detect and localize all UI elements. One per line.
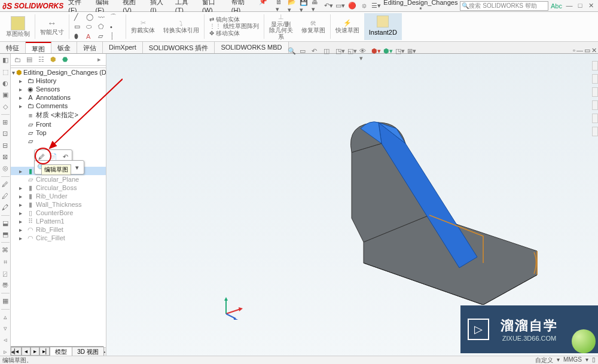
tree-top[interactable]: ▱Top <box>11 129 106 137</box>
smart-dimension-button[interactable]: ↔ 智能尺寸 <box>36 13 68 40</box>
tree-rib-under[interactable]: ▸▮Rib_Under <box>11 192 106 200</box>
quick-snap-button[interactable]: ⚡ 快速草图 <box>332 13 363 40</box>
tp-ic5[interactable] <box>592 114 598 123</box>
bt-prev-icon[interactable]: ◂ <box>22 347 30 356</box>
vbar-ic-23[interactable]: ◃ <box>1 336 10 344</box>
tree-counterbore[interactable]: ▸▯CounterBore <box>11 209 106 217</box>
status-flag-icon[interactable]: ▯ <box>592 356 596 365</box>
vbar-ic-19[interactable]: 〠 <box>1 281 10 289</box>
rebuild-icon[interactable]: 🔴 <box>347 1 357 11</box>
section-icon[interactable]: ◫ <box>324 47 333 57</box>
tree-tab-disp2-icon[interactable]: ⬣ <box>60 55 71 65</box>
vp-close-icon[interactable]: ✕ <box>591 47 597 54</box>
trim-button[interactable]: ✂ 剪裁实体 <box>127 13 158 40</box>
ctx-ic4[interactable]: ▾ <box>72 162 83 173</box>
hide-show-icon[interactable]: 👁▾ <box>359 47 369 57</box>
vbar-ic-16[interactable]: ⌘ <box>1 246 10 254</box>
tp-ic4[interactable] <box>592 100 598 110</box>
centerline-icon[interactable]: ┊ <box>110 32 121 40</box>
save-icon[interactable]: 💾▾ <box>300 1 309 11</box>
vbar-ic-24[interactable]: ▹ <box>1 348 10 356</box>
vbar-ic-21[interactable]: ▵ <box>1 313 10 321</box>
vbar-ic-22[interactable]: ▿ <box>1 325 10 332</box>
relations-button[interactable]: ⊥ 显示/删除几何关系 <box>266 13 297 40</box>
tree-wall-thickness[interactable]: ▸▮Wall_Thickness <box>11 200 106 209</box>
dropdown-icon[interactable]: ☰▾ <box>371 1 381 11</box>
vbar-ic-15[interactable]: ⬒ <box>1 231 10 238</box>
tp-ic3[interactable] <box>592 87 598 97</box>
tree-tab-disp-icon[interactable]: ⬢ <box>48 55 59 65</box>
bt-next-icon[interactable]: ▸ <box>30 347 39 356</box>
vbar-ic-14[interactable]: ⬓ <box>1 219 10 227</box>
text-icon[interactable]: A <box>86 33 97 40</box>
tab-features[interactable]: 特征 <box>0 42 26 53</box>
vbar-ic-6[interactable]: ⊞ <box>1 118 10 126</box>
tab-evaluate[interactable]: 评估 <box>77 42 103 53</box>
vbar-ic-8[interactable]: ⊟ <box>1 141 10 149</box>
tab-addins[interactable]: SOLIDWORKS 插件 <box>143 42 215 53</box>
vbar-ic-17[interactable]: ⌗ <box>1 258 10 266</box>
tree-circular-plane[interactable]: ▱Circular_Plane <box>11 175 106 183</box>
tp-ic2[interactable] <box>592 74 598 84</box>
convert-button[interactable]: ⤵ 转换实体引用 <box>160 13 203 40</box>
bt-model[interactable]: 模型 <box>50 347 72 356</box>
circle-icon[interactable]: ◯ <box>86 13 97 21</box>
apply-scene-icon[interactable]: ⬢▾ <box>383 47 393 57</box>
tp-ic1[interactable] <box>592 61 598 71</box>
tree-tab-prop-icon[interactable]: ▤ <box>24 55 35 65</box>
vbar-ic-13[interactable]: 🖍 <box>1 203 10 211</box>
tree-comments[interactable]: ▸🗀Comments <box>11 102 106 110</box>
view-orient-icon[interactable]: ◳▾ <box>335 47 345 57</box>
vbar-ic-10[interactable]: ◎ <box>1 164 10 172</box>
vbar-ic-9[interactable]: ⊠ <box>1 153 10 161</box>
vp-max-icon[interactable]: — <box>576 47 583 54</box>
tree-circular-boss[interactable]: ▸▮Circular_Boss <box>11 183 106 192</box>
arc-icon[interactable]: ⌒ <box>110 13 121 22</box>
pattern-icon[interactable]: ⋮⋮ <box>209 23 221 29</box>
tree-annotations[interactable]: ▸AAnnotations <box>11 93 106 102</box>
tree-material[interactable]: ≡材质 <未指定> <box>11 110 106 120</box>
sketch-button[interactable]: 草图绘制 <box>2 13 33 40</box>
help-abc-icon[interactable]: Abc <box>551 2 562 10</box>
new-icon[interactable]: 🗎▾ <box>276 1 285 11</box>
vbar-ic-12[interactable]: 🖊 <box>1 192 10 200</box>
search-help-input[interactable]: 🔍 搜索 SOLIDWORKS 帮助 <box>460 1 548 11</box>
plane-mini-icon[interactable]: ▱ <box>98 32 109 40</box>
display-style-icon[interactable]: ◱▾ <box>347 47 357 57</box>
move-icon[interactable]: ✥ <box>209 30 214 36</box>
status-custom[interactable]: 自定义 <box>535 356 553 365</box>
spline-icon[interactable]: 〰 <box>98 14 109 21</box>
tree-tab-conf-icon[interactable]: ☷ <box>36 55 47 65</box>
point-icon[interactable]: • <box>110 23 121 30</box>
repair-button[interactable]: 🛠 修复草图 <box>298 13 329 40</box>
tree-front[interactable]: ▱Front <box>11 120 106 129</box>
zoom-area-icon[interactable]: ▭ <box>300 47 309 57</box>
tree-circ-fillet[interactable]: ▸◠Circ_Fillet <box>11 234 106 242</box>
vbar-ic-5[interactable]: ◇ <box>1 102 10 110</box>
tree-rib-fillet[interactable]: ▸◠Rib_Fillet <box>11 225 106 234</box>
viewport-split-icon[interactable]: ⊞▾ <box>407 47 417 57</box>
view-setting-icon[interactable]: ◳▾ <box>395 47 405 57</box>
vbar-ic-3[interactable]: ◐ <box>1 79 10 87</box>
polygon-icon[interactable]: ⬠ <box>98 23 109 30</box>
vbar-ic-1[interactable]: ◧ <box>1 56 10 64</box>
vbar-ic-2[interactable]: ⬚ <box>1 68 10 75</box>
vp-restore-icon[interactable]: ▭ <box>584 47 590 54</box>
print-icon[interactable]: 🖶▾ <box>312 1 321 11</box>
vp-min-icon[interactable]: ▫ <box>573 47 575 54</box>
maximize-icon[interactable]: □ <box>575 2 585 10</box>
options-icon[interactable]: ⛭ <box>359 1 369 11</box>
tree-history[interactable]: ▸🗀History <box>11 77 106 85</box>
tree-tab-fm-icon[interactable]: 🗀 <box>12 55 23 65</box>
vbar-ic-4[interactable]: ▣ <box>1 91 10 99</box>
undo-icon[interactable]: ↶▾ <box>324 1 333 11</box>
prev-view-icon[interactable]: ↶ <box>312 47 321 57</box>
mirror-icon[interactable]: ⇄ <box>209 16 214 23</box>
minimize-icon[interactable]: — <box>565 2 574 10</box>
tree-tab-more-icon[interactable]: ▸ <box>94 55 105 65</box>
tp-ic6[interactable] <box>592 127 598 136</box>
vbar-ic-7[interactable]: ⊡ <box>1 130 10 137</box>
tree-sensors[interactable]: ▸◉Sensors <box>11 85 106 93</box>
tree-right[interactable]: ▱ <box>11 137 106 145</box>
tab-sheetmetal[interactable]: 钣金 <box>51 42 77 53</box>
